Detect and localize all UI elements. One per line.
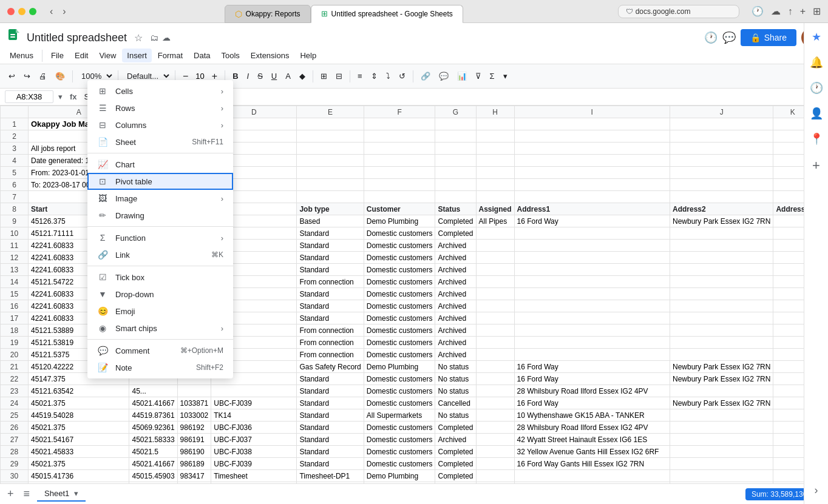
expand-formula-icon[interactable]: ▾ (58, 92, 63, 101)
table-cell[interactable]: From connection (297, 482, 364, 484)
table-cell[interactable] (297, 179, 364, 191)
table-cell[interactable]: No status (435, 373, 476, 385)
table-cell[interactable] (476, 264, 514, 276)
table-cell[interactable]: 986189 (177, 458, 211, 470)
table-cell[interactable]: Customer (364, 203, 435, 215)
table-cell[interactable]: Standard (297, 288, 364, 300)
share-icon[interactable]: ↑ (788, 6, 793, 17)
filter-button[interactable]: ⊽ (472, 69, 485, 83)
table-cell[interactable] (514, 130, 670, 143)
table-cell[interactable] (670, 288, 773, 300)
save-to-drive-icon[interactable]: 🗂 (150, 33, 158, 42)
table-cell[interactable]: Job type (297, 203, 364, 215)
menu-view[interactable]: View (94, 49, 121, 62)
table-cell[interactable]: 32 Yellow Avenue Gants Hill Essex IG2 6R… (514, 446, 670, 458)
borders-button[interactable]: ⊞ (317, 69, 331, 83)
chat-icon[interactable]: 💬 (722, 31, 736, 44)
table-cell[interactable] (476, 385, 514, 397)
table-cell[interactable] (476, 397, 514, 409)
table-cell[interactable]: 45021.41667 (129, 397, 177, 409)
table-cell[interactable] (670, 482, 773, 484)
table-cell[interactable]: Standard (297, 373, 364, 385)
table-cell[interactable]: 986192 (177, 422, 211, 434)
table-cell[interactable]: Standard (297, 446, 364, 458)
table-cell[interactable] (514, 143, 670, 155)
merge-button[interactable]: ⊟ (332, 69, 346, 83)
table-cell[interactable] (476, 446, 514, 458)
table-cell[interactable]: 16 Ford Way (514, 397, 670, 409)
table-cell[interactable] (297, 167, 364, 179)
table-cell[interactable] (476, 373, 514, 385)
table-cell[interactable] (514, 167, 670, 179)
table-cell[interactable] (211, 385, 297, 397)
autosave-icon[interactable]: ☁ (162, 33, 171, 42)
table-cell[interactable] (364, 179, 435, 191)
table-cell[interactable] (476, 482, 514, 484)
col-header-h[interactable]: H (476, 106, 514, 118)
collapse-panel-icon[interactable]: › (812, 482, 821, 483)
table-cell[interactable]: Completed (435, 227, 476, 240)
comment-toolbar-button[interactable]: 💬 (435, 69, 452, 83)
table-cell[interactable]: 45021.375 (29, 397, 129, 409)
table-cell[interactable] (670, 409, 773, 422)
insert-function-item[interactable]: Σ Function › (87, 229, 233, 246)
add-sheet-button[interactable]: + (5, 488, 16, 500)
table-cell[interactable]: Timesheet (211, 470, 297, 482)
table-cell[interactable] (476, 227, 514, 240)
table-cell[interactable] (435, 118, 476, 130)
table-cell[interactable]: Standard (297, 300, 364, 312)
table-cell[interactable] (670, 155, 773, 167)
table-cell[interactable] (670, 324, 773, 337)
table-cell[interactable] (670, 312, 773, 324)
table-cell[interactable]: Completed (435, 446, 476, 458)
print-button[interactable]: 🖨 (35, 69, 50, 83)
table-cell[interactable]: 45021.41667 (129, 458, 177, 470)
table-cell[interactable] (670, 349, 773, 361)
table-cell[interactable] (514, 482, 670, 484)
table-cell[interactable]: Domestic customers (364, 227, 435, 240)
table-cell[interactable]: 982508 (177, 482, 211, 484)
table-cell[interactable]: Newbury Park Essex IG2 7RN (670, 373, 773, 385)
table-cell[interactable]: Archived (435, 482, 476, 484)
fill-color-button[interactable]: ◆ (296, 69, 309, 83)
table-cell[interactable]: Newbury Park Essex IG2 7RN (670, 215, 773, 227)
table-cell[interactable]: UBC-FJ036 (211, 422, 297, 434)
table-cell[interactable] (476, 324, 514, 337)
table-cell[interactable]: Standard (297, 434, 364, 446)
share-button[interactable]: 🔒 Share (741, 29, 796, 46)
table-cell[interactable] (514, 312, 670, 324)
table-cell[interactable]: Standard (297, 397, 364, 409)
insert-smart-chips-item[interactable]: ◉ Smart chips › (87, 320, 233, 337)
table-cell[interactable] (476, 130, 514, 143)
table-cell[interactable]: All Pipes (476, 215, 514, 227)
table-cell[interactable] (670, 240, 773, 252)
table-cell[interactable]: Domestic customers (364, 373, 435, 385)
table-cell[interactable]: Address2 (670, 203, 773, 215)
link-button[interactable]: 🔗 (417, 69, 434, 83)
table-cell[interactable] (670, 300, 773, 312)
table-cell[interactable]: Gas Safety Record (297, 361, 364, 373)
table-cell[interactable]: Domestic customers (364, 397, 435, 409)
italic-button[interactable]: I (243, 69, 253, 83)
table-cell[interactable]: Domestic customers (364, 288, 435, 300)
insert-sheet-item[interactable]: 📄 Sheet Shift+F11 (87, 133, 233, 150)
table-cell[interactable]: Archived (435, 240, 476, 252)
table-cell[interactable] (435, 143, 476, 155)
table-cell[interactable]: Completed (435, 470, 476, 482)
table-cell[interactable]: 28 Whilsbury Road Ilford Essex IG2 4PV (514, 422, 670, 434)
table-cell[interactable] (670, 252, 773, 264)
insert-dropdown-item[interactable]: ▼ Drop-down (87, 286, 233, 303)
grid-icon[interactable]: ⊞ (813, 5, 821, 17)
table-cell[interactable]: Demo Plumbing (364, 361, 435, 373)
table-cell[interactable] (514, 240, 670, 252)
menu-insert[interactable]: Insert (122, 49, 152, 62)
table-cell[interactable] (435, 179, 476, 191)
table-cell[interactable]: 45015.41736 (29, 470, 129, 482)
table-cell[interactable] (514, 252, 670, 264)
wrap-button[interactable]: ⤵ (382, 69, 394, 83)
table-cell[interactable]: 45021.5 (129, 446, 177, 458)
table-cell[interactable] (514, 288, 670, 300)
table-cell[interactable]: No status (435, 385, 476, 397)
redo-button[interactable]: ↪ (20, 69, 34, 83)
menu-format[interactable]: Format (153, 49, 188, 62)
